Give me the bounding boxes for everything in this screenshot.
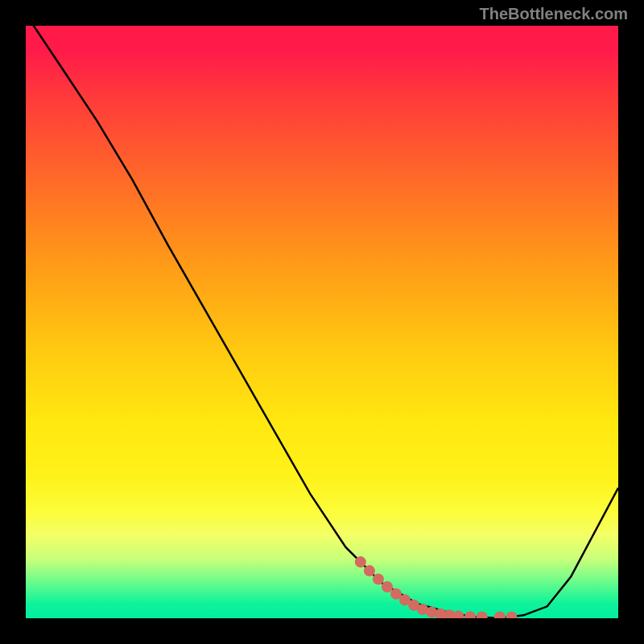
highlight-dot bbox=[464, 611, 476, 618]
curve-line bbox=[26, 26, 618, 618]
plot-area bbox=[26, 26, 618, 618]
highlight-dot bbox=[477, 612, 488, 619]
curve-path bbox=[26, 26, 618, 618]
highlight-dot bbox=[373, 573, 384, 584]
chart-container: TheBottleneck.com bbox=[0, 0, 644, 644]
highlight-dot bbox=[355, 556, 366, 568]
highlight-dot bbox=[506, 612, 518, 619]
highlight-dot bbox=[494, 612, 506, 619]
highlight-dot bbox=[364, 565, 375, 576]
highlight-dots bbox=[355, 556, 518, 618]
highlight-dot bbox=[452, 610, 464, 618]
watermark-text: TheBottleneck.com bbox=[480, 5, 628, 23]
chart-overlay bbox=[26, 26, 618, 618]
highlight-dot bbox=[382, 581, 393, 592]
